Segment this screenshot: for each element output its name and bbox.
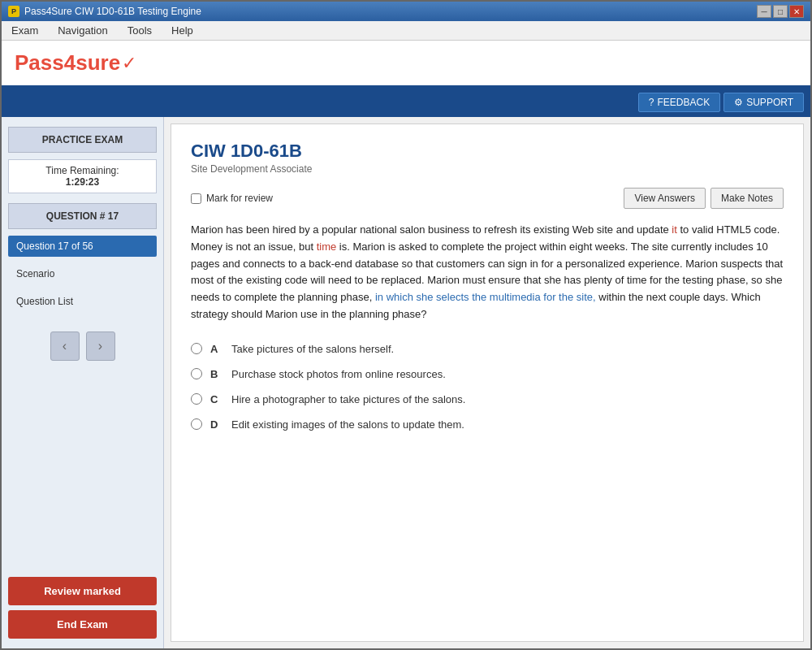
logo-bar: Pass4sure ✓ (2, 41, 810, 88)
window-controls: ─ □ ✕ (757, 5, 804, 18)
support-button[interactable]: ⚙ SUPPORT (723, 93, 804, 112)
time-remaining-label: Time Remaining: (14, 165, 151, 176)
radio-d[interactable] (191, 418, 202, 430)
review-marked-button[interactable]: Review marked (8, 577, 157, 605)
close-button[interactable]: ✕ (789, 5, 804, 18)
option-d-letter: D (210, 418, 223, 431)
practice-exam-label: PRACTICE EXAM (8, 127, 157, 153)
prev-button[interactable]: ‹ (50, 332, 80, 361)
support-label: SUPPORT (746, 97, 793, 108)
time-remaining-value: 1:29:23 (14, 176, 151, 188)
mark-review-checkbox[interactable] (191, 193, 201, 204)
nav-item-question-list[interactable]: Question List (8, 291, 157, 312)
option-a-text: Take pictures of the salons herself. (231, 343, 394, 355)
end-exam-button[interactable]: End Exam (8, 610, 157, 639)
nav-item-scenario[interactable]: Scenario (8, 263, 157, 284)
exam-subtitle: Site Development Associate (191, 163, 784, 175)
title-bar: P Pass4Sure CIW 1D0-61B Testing Engine ─… (2, 2, 810, 21)
menu-bar: Exam Navigation Tools Help (2, 21, 810, 41)
toolbar-row: Mark for review View Answers Make Notes (191, 188, 784, 209)
option-b: B Purchase stock photos from online reso… (191, 368, 784, 380)
minimize-button[interactable]: ─ (757, 5, 771, 18)
sidebar: PRACTICE EXAM Time Remaining: 1:29:23 QU… (2, 117, 164, 648)
option-b-text: Purchase stock photos from online resour… (231, 368, 446, 380)
support-icon: ⚙ (734, 97, 743, 108)
nav-item-question[interactable]: Question 17 of 56 (8, 236, 157, 257)
option-d-text: Edit existing images of the salons to up… (231, 418, 464, 431)
logo-checkmark: ✓ (122, 53, 136, 74)
answer-options: A Take pictures of the salons herself. B… (191, 343, 784, 431)
option-a-letter: A (210, 343, 223, 355)
radio-a[interactable] (191, 343, 202, 354)
question-text: Marion has been hired by a popular natio… (191, 222, 784, 323)
sidebar-bottom: Review marked End Exam (8, 577, 157, 639)
nav-arrows: ‹ › (8, 332, 157, 361)
option-d: D Edit existing images of the salons to … (191, 418, 784, 431)
option-c-text: Hire a photographer to take pictures of … (231, 393, 465, 405)
radio-b[interactable] (191, 368, 202, 379)
main-area: PRACTICE EXAM Time Remaining: 1:29:23 QU… (2, 117, 810, 648)
time-remaining-box: Time Remaining: 1:29:23 (8, 159, 157, 193)
mark-review-label: Mark for review (206, 193, 273, 204)
next-button[interactable]: › (86, 332, 115, 361)
maximize-button[interactable]: □ (773, 5, 788, 18)
option-c-letter: C (210, 393, 223, 405)
feedback-button[interactable]: ? FEEDBACK (638, 93, 720, 112)
header-action-bar: ? FEEDBACK ⚙ SUPPORT (2, 88, 810, 117)
menu-help[interactable]: Help (168, 23, 197, 38)
feedback-icon: ? (649, 97, 654, 108)
content-area: CIW 1D0-61B Site Development Associate M… (171, 124, 804, 642)
logo-text-part1: Pass4sure (15, 50, 120, 76)
question-number-label: QUESTION # 17 (8, 203, 157, 229)
application-window: P Pass4Sure CIW 1D0-61B Testing Engine ─… (0, 0, 812, 650)
mark-review-row: Mark for review (191, 193, 273, 204)
app-icon: P (8, 6, 19, 17)
exam-title: CIW 1D0-61B (191, 141, 784, 162)
radio-c[interactable] (191, 393, 202, 405)
menu-exam[interactable]: Exam (8, 23, 41, 38)
menu-navigation[interactable]: Navigation (54, 23, 110, 38)
menu-tools[interactable]: Tools (124, 23, 155, 38)
window-title: Pass4Sure CIW 1D0-61B Testing Engine (24, 6, 201, 17)
option-a: A Take pictures of the salons herself. (191, 343, 784, 355)
option-c: C Hire a photographer to take pictures o… (191, 393, 784, 405)
toolbar-buttons: View Answers Make Notes (624, 188, 784, 209)
option-b-letter: B (210, 368, 223, 380)
title-bar-left: P Pass4Sure CIW 1D0-61B Testing Engine (8, 6, 201, 17)
view-answers-button[interactable]: View Answers (624, 188, 705, 209)
logo: Pass4sure ✓ (15, 50, 136, 76)
make-notes-button[interactable]: Make Notes (710, 188, 784, 209)
feedback-label: FEEDBACK (658, 97, 710, 108)
